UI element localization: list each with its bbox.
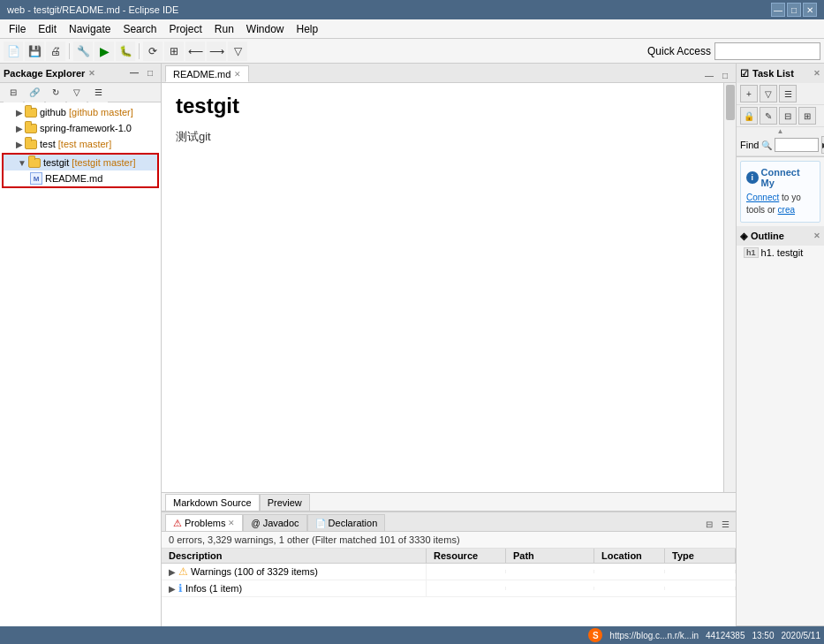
task-list-toolbar: + ▽ ☰ — [737, 83, 824, 105]
problems-menu-button[interactable]: ☰ — [718, 517, 732, 531]
menu-run[interactable]: Run — [209, 21, 239, 37]
col-header-description: Description — [162, 549, 427, 563]
folder-icon-test — [25, 140, 37, 149]
tab-preview[interactable]: Preview — [260, 494, 310, 511]
refresh-button[interactable]: ↻ — [46, 83, 65, 102]
center-panel: README.md ✕ — □ testgit 测试git Markdown S… — [162, 64, 736, 626]
outline-title: Outline — [751, 231, 784, 241]
back-button[interactable]: 🔧 — [73, 42, 93, 61]
quick-access-input[interactable] — [714, 42, 820, 60]
maximize-panel-button[interactable]: □ — [143, 66, 157, 80]
create-link[interactable]: crea — [778, 205, 795, 215]
menu-search[interactable]: Search — [117, 21, 162, 37]
editor-tab-readme[interactable]: README.md ✕ — [165, 65, 249, 82]
toolbar-btn-3[interactable]: ⟵ — [185, 42, 205, 61]
problems-table-header: Description Resource Path Location Type — [162, 549, 736, 564]
warnings-expand[interactable]: ▶ — [169, 567, 176, 577]
collapse-all-button[interactable]: ⊟ — [4, 83, 23, 102]
tab-close-readme[interactable]: ✕ — [234, 70, 241, 79]
maximize-button[interactable]: □ — [787, 3, 801, 17]
infos-location — [594, 587, 665, 590]
editor-scrollbar[interactable] — [723, 83, 736, 492]
editor-with-scrollbar: testgit 测试git — [162, 83, 736, 492]
tree-item-spring[interactable]: ▶ spring-framework-1.0 — [2, 120, 159, 136]
toolbar-btn-1[interactable]: ⟳ — [143, 42, 163, 61]
outline-header: ◈ Outline ✕ — [737, 226, 824, 246]
outline-item-label: h1. testgit — [761, 247, 804, 258]
tree-branch-testgit: [testgit master] — [69, 157, 135, 168]
task-menu-button[interactable]: ☰ — [779, 85, 797, 102]
task-secondary-toolbar: 🔒 ✎ ⊟ ⊞ — [737, 105, 824, 127]
problems-row-infos[interactable]: ▶ ℹ Infos (1 item) — [162, 580, 736, 597]
filter-button[interactable]: ▽ — [67, 83, 87, 102]
debug-button[interactable]: 🐛 — [116, 42, 135, 61]
menu-file[interactable]: File — [4, 21, 31, 37]
problems-filter-button[interactable]: ⊟ — [702, 517, 716, 531]
tree-item-github[interactable]: ▶ github [github master] — [2, 104, 159, 120]
tree-label-testgit: testgit — [43, 157, 69, 168]
menu-edit[interactable]: Edit — [33, 21, 62, 37]
save-button[interactable]: 💾 — [25, 42, 44, 61]
javadoc-icon: @ — [251, 519, 260, 528]
outline-close[interactable]: ✕ — [813, 231, 820, 240]
tree-item-readme[interactable]: M README.md — [4, 170, 157, 186]
menu-navigate[interactable]: Navigate — [64, 21, 116, 37]
task-filter-button[interactable]: ▽ — [760, 85, 777, 102]
problems-tab-close[interactable]: ✕ — [228, 519, 235, 527]
close-button[interactable]: ✕ — [803, 3, 817, 17]
tab-problems[interactable]: ⚠ Problems ✕ — [165, 514, 243, 531]
tasklist-icon: ☑ — [740, 68, 749, 80]
tree-item-testgit[interactable]: ▼ testgit [testgit master] — [4, 155, 157, 170]
minimize-panel-button[interactable]: — — [127, 66, 141, 80]
window-controls[interactable]: — □ ✕ — [771, 3, 817, 17]
find-input[interactable] — [775, 138, 819, 152]
menu-window[interactable]: Window — [241, 21, 290, 37]
expand-arrow-test: ▶ — [16, 140, 23, 149]
find-bar: Find 🔍 ▶ A — [737, 134, 824, 156]
editor-minimize-button[interactable]: — — [702, 68, 716, 82]
editor-heading-1: testgit — [176, 94, 709, 118]
task-btn-1[interactable]: 🔒 — [740, 107, 758, 125]
tab-markdown-source[interactable]: Markdown Source — [165, 494, 260, 511]
tab-label-readme: README.md — [173, 69, 231, 80]
task-list-title: Task List — [752, 68, 794, 79]
infos-expand[interactable]: ▶ — [169, 584, 176, 594]
menu-project[interactable]: Project — [163, 21, 207, 37]
task-add-button[interactable]: + — [740, 85, 758, 102]
tree-label-test: test — [40, 139, 56, 149]
toolbar-btn-5[interactable]: ▽ — [228, 42, 247, 61]
tab-javadoc[interactable]: @ Javadoc — [243, 514, 306, 531]
editor-maximize-button[interactable]: □ — [718, 68, 732, 82]
scrollbar-thumb[interactable] — [726, 85, 735, 120]
menu-help[interactable]: Help — [291, 21, 324, 37]
editor-bottom-tabs: Markdown Source Preview — [162, 492, 736, 511]
editor-content[interactable]: testgit 测试git — [162, 83, 723, 492]
tab-declaration[interactable]: 📄 Declaration — [307, 514, 386, 531]
task-list-section: ☑ Task List ✕ + ▽ ☰ 🔒 ✎ ⊟ ⊞ ▲ Find � — [737, 64, 824, 157]
package-explorer-title: Package Explorer — [4, 68, 85, 79]
problems-summary: 0 errors, 3,329 warnings, 1 other (Filte… — [162, 532, 736, 549]
outline-item-testgit[interactable]: h1 h1. testgit — [737, 246, 824, 260]
new-button[interactable]: 📄 — [4, 42, 23, 61]
link-editor-button[interactable]: 🔗 — [25, 83, 44, 102]
print-button[interactable]: 🖨 — [46, 42, 65, 61]
project-tree: ▶ github [github master] ▶ spring-framew… — [0, 102, 161, 626]
task-btn-2[interactable]: ✎ — [760, 107, 777, 125]
problems-row-warnings[interactable]: ▶ ⚠ Warnings (100 of 3329 items) — [162, 564, 736, 580]
problems-actions: ⊟ ☰ — [702, 517, 736, 531]
toolbar-btn-4[interactable]: ⟶ — [207, 42, 226, 61]
task-btn-3[interactable]: ⊟ — [779, 107, 797, 125]
view-menu-button[interactable]: ☰ — [88, 83, 108, 102]
minimize-button[interactable]: — — [771, 3, 785, 17]
connect-link[interactable]: Connect — [746, 193, 779, 202]
toolbar-btn-2[interactable]: ⊞ — [164, 42, 184, 61]
infos-path — [506, 587, 594, 590]
tree-item-test[interactable]: ▶ test [test master] — [2, 136, 159, 152]
url-text: https://blog.c...n.r/k...in — [609, 631, 699, 640]
task-btn-4[interactable]: ⊞ — [798, 107, 816, 125]
run-button[interactable]: ▶ — [94, 42, 114, 61]
tree-label-github: github — [40, 107, 66, 117]
task-list-close[interactable]: ✕ — [813, 69, 820, 78]
infos-cell-desc: ▶ ℹ Infos (1 item) — [162, 580, 427, 596]
outline-icon: ◈ — [740, 231, 747, 242]
